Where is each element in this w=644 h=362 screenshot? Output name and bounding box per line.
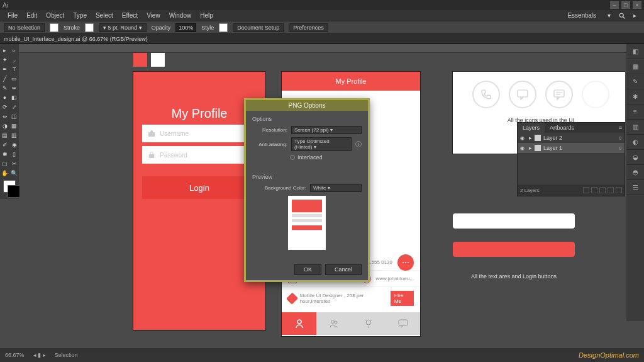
swatches-panel-icon[interactable]: ▦ (626, 59, 644, 74)
rotate-tool[interactable]: ⟳ (0, 102, 9, 111)
locate-layer-icon[interactable] (583, 187, 589, 193)
layer-row-1[interactable]: ◉ ▸ Layer 1 ○ (518, 143, 625, 153)
rectangle-tool[interactable]: ▭ (9, 74, 19, 83)
login-button[interactable]: Login (142, 176, 257, 199)
preferences-button[interactable]: Preferences (289, 23, 328, 32)
pen-tool[interactable]: ✒ (0, 64, 9, 74)
tab-profile[interactable] (282, 312, 316, 335)
selection-tool[interactable]: ▸ (0, 45, 9, 55)
zoom-level[interactable]: 66.67% (5, 352, 25, 358)
cancel-button[interactable]: Cancel (325, 264, 362, 275)
artboard-tool[interactable]: ▢ (0, 159, 9, 168)
clip-mask-icon[interactable] (591, 187, 597, 193)
type-tool[interactable]: T (9, 64, 19, 74)
menu-window[interactable]: Window (165, 11, 196, 20)
target-icon[interactable]: ○ (619, 145, 622, 151)
layer-row-2[interactable]: ◉ ▸ Layer 2 ○ (518, 133, 625, 143)
search-icon[interactable] (618, 12, 626, 20)
document-tab[interactable]: mobile_UI_Interface_design.ai @ 66.67% (… (0, 34, 644, 44)
workspace-switcher[interactable]: Essentials (564, 11, 600, 20)
ok-button[interactable]: OK (294, 264, 321, 275)
eraser-tool[interactable]: ◧ (9, 93, 19, 102)
stroke-panel-icon[interactable]: ≡ (626, 105, 644, 120)
gradient-panel-icon[interactable]: ▥ (626, 120, 644, 135)
menu-edit[interactable]: Edit (23, 11, 41, 20)
symbol-sprayer-tool[interactable]: ✱ (0, 149, 9, 159)
layers-panel-icon[interactable]: ☰ (626, 180, 644, 195)
sample-textfield[interactable] (453, 213, 575, 229)
menu-select[interactable]: Select (92, 11, 117, 20)
swatch-red[interactable] (133, 53, 147, 67)
username-field[interactable]: Username (142, 125, 257, 142)
layers-tab[interactable]: Layers (518, 123, 545, 133)
style-swatch[interactable] (219, 23, 228, 32)
menu-file[interactable]: File (4, 11, 21, 20)
expand-icon[interactable]: ▸ (529, 145, 532, 151)
target-icon[interactable]: ○ (619, 135, 622, 141)
line-tool[interactable]: ╱ (0, 74, 9, 83)
tab-chat[interactable] (386, 312, 420, 335)
expand-icon[interactable]: ▸ (529, 135, 532, 141)
password-field[interactable]: Password (142, 146, 257, 164)
gradient-tool[interactable]: ▥ (9, 130, 19, 140)
tab-people[interactable] (316, 312, 351, 335)
free-transform-tool[interactable]: ◫ (9, 111, 19, 121)
minimize-button[interactable]: – (610, 1, 619, 9)
maximize-button[interactable]: □ (621, 1, 630, 9)
visibility-toggle[interactable]: ◉ (520, 145, 526, 151)
eyedropper-tool[interactable]: ✐ (0, 140, 9, 149)
hand-tool[interactable]: ✋ (0, 168, 9, 178)
menu-effect[interactable]: Effect (118, 11, 142, 20)
brushes-panel-icon[interactable]: ✎ (626, 74, 644, 89)
close-button[interactable]: × (633, 1, 641, 9)
graph-tool[interactable]: ▯ (9, 149, 19, 159)
resolution-select[interactable]: Screen (72 ppi) ▾ (291, 126, 362, 134)
blob-brush-tool[interactable]: ● (0, 93, 9, 102)
menu-help[interactable]: Help (196, 11, 217, 20)
bgcolor-select[interactable]: White ▾ (310, 184, 362, 192)
symbols-panel-icon[interactable]: ✱ (626, 89, 644, 105)
sample-login-button[interactable] (453, 242, 575, 257)
transparency-panel-icon[interactable]: ◐ (626, 135, 644, 150)
artboards-tab[interactable]: Artboards (545, 123, 579, 133)
swatch-white[interactable] (151, 53, 165, 67)
hire-button[interactable]: Hire Me (391, 291, 414, 306)
document-setup-button[interactable]: Document Setup (233, 23, 284, 32)
antialiasing-select[interactable]: Type Optimized (Hinted) ▾ (291, 137, 352, 151)
delete-layer-icon[interactable] (616, 187, 622, 193)
stroke-color[interactable] (8, 185, 20, 198)
lasso-tool[interactable]: ◞ (9, 55, 19, 64)
menu-type[interactable]: Type (69, 11, 91, 20)
new-layer-icon[interactable] (608, 187, 614, 193)
magic-wand-tool[interactable]: ✦ (0, 55, 9, 64)
interlaced-radio[interactable] (290, 155, 295, 160)
new-sublayer-icon[interactable] (599, 187, 606, 193)
more-fab[interactable]: ⋯ (397, 254, 414, 271)
color-panel-icon[interactable]: ◧ (626, 44, 644, 59)
panel-menu-icon[interactable]: ≡ (616, 123, 625, 133)
stroke-swatch[interactable] (85, 23, 94, 32)
zoom-tool[interactable]: 🔍 (9, 168, 19, 178)
slice-tool[interactable]: ✂ (9, 159, 19, 168)
chevron-down-icon[interactable]: ▾ (604, 11, 614, 20)
paintbrush-tool[interactable]: ✎ (0, 83, 9, 93)
pencil-tool[interactable]: ✏ (9, 83, 19, 93)
shape-builder-tool[interactable]: ◑ (0, 121, 9, 130)
opacity-input[interactable]: 100% (175, 23, 196, 32)
menu-view[interactable]: View (143, 11, 164, 20)
graphic-styles-panel-icon[interactable]: ◓ (626, 165, 644, 180)
fill-swatch[interactable] (50, 23, 58, 32)
visibility-toggle[interactable]: ◉ (520, 135, 526, 141)
blend-tool[interactable]: ◉ (9, 140, 19, 149)
menu-object[interactable]: Object (42, 11, 68, 20)
appearance-panel-icon[interactable]: ◒ (626, 150, 644, 165)
scale-tool[interactable]: ⤢ (9, 102, 19, 111)
mesh-tool[interactable]: ▤ (0, 130, 9, 140)
stroke-weight[interactable]: ▾ 5 pt. Round ▾ (99, 23, 147, 32)
nav-icons[interactable]: ◂ ▮ ▸ (33, 352, 46, 358)
info-icon[interactable]: i (355, 141, 362, 147)
direct-selection-tool[interactable]: ▹ (9, 45, 19, 55)
tab-ideas[interactable] (351, 312, 386, 335)
perspective-tool[interactable]: ▦ (9, 121, 19, 130)
dock-collapse-icon[interactable]: ▸ (630, 11, 640, 20)
